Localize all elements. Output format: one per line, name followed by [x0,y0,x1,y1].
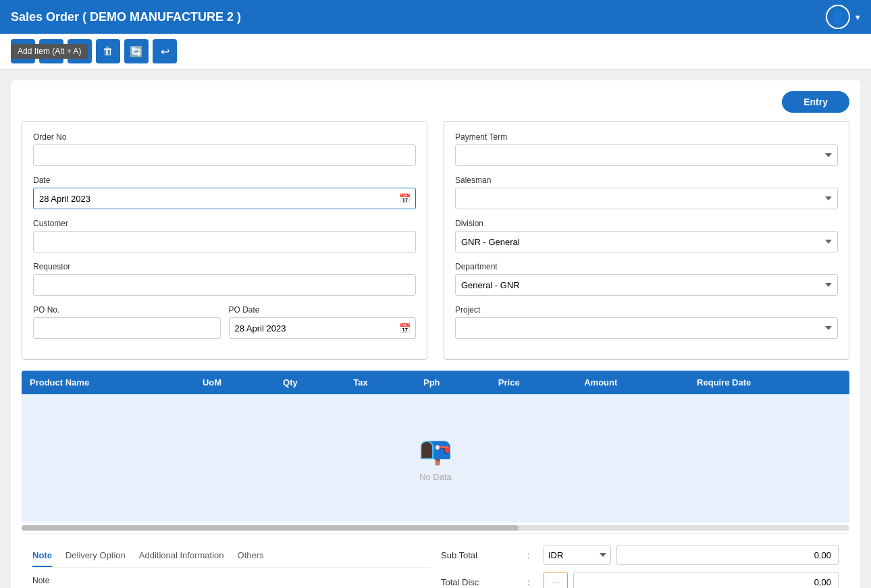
no-data-cell: 📭 No Data [22,394,849,523]
col-product-name: Product Name [22,371,194,394]
division-group: Division GNR - General [455,219,838,252]
page-title: Sales Order ( DEMO MANUFACTURE 2 ) [11,10,241,24]
col-qty: Qty [275,371,345,394]
date-input-wrapper: 📅 [33,188,416,209]
sub-total-currency-wrapper: IDR [544,545,611,565]
requestor-label: Requestor [33,262,416,271]
right-panel: Payment Term Salesman Division GNR - Gen… [444,121,849,360]
data-table-section: Product Name UoM Qty Tax Pph Price Amoun… [22,371,849,533]
project-group: Project [455,305,838,339]
left-panel: Order No Date 📅 Customer Requestor [22,121,427,360]
total-disc-amount: 0,00 [573,572,839,588]
no-data-text: No Data [419,472,452,482]
user-icon: 👤 [830,9,845,24]
col-uom: UoM [194,371,275,394]
division-select[interactable]: GNR - General [455,231,838,252]
toolbar: 💾 🔍 📋 🗑 🔄 ↩ [0,34,871,70]
back-button[interactable]: ↩ [153,39,177,63]
no-data-icon: 📭 [22,435,849,466]
salesman-select[interactable] [455,188,838,209]
tab-delivery[interactable]: Delivery Option [65,545,126,567]
delete-button[interactable]: 🗑 [96,39,120,63]
note-label: Note [32,576,430,585]
data-table: Product Name UoM Qty Tax Pph Price Amoun… [22,371,849,523]
payment-term-select[interactable] [455,144,838,166]
sub-total-label: Sub Total [441,550,522,560]
col-price: Price [490,371,576,394]
delete-icon: 🗑 [103,45,113,57]
customer-input[interactable] [33,231,416,252]
dropdown-arrow[interactable]: ▾ [855,12,860,22]
tab-others[interactable]: Others [238,545,264,567]
po-no-input[interactable] [33,317,221,339]
col-amount: Amount [576,371,689,394]
po-date-label: PO Date [229,305,417,315]
division-label: Division [455,219,838,228]
header: Sales Order ( DEMO MANUFACTURE 2 ) Add I… [0,0,871,34]
tabs: Note Delivery Option Additional Informat… [32,545,430,568]
date-label: Date [33,176,416,185]
table-scrollbar-thumb [22,525,519,531]
refresh-button[interactable]: 🔄 [124,39,149,63]
header-tooltip: Add Item (Alt + A) [11,44,88,59]
customer-label: Customer [33,219,416,228]
po-date-group: PO Date 📅 [229,305,417,348]
table-header-row: Product Name UoM Qty Tax Pph Price Amoun… [22,371,849,394]
col-pph: Pph [415,371,490,394]
customer-group: Customer [33,219,416,252]
tab-additional[interactable]: Additional Information [139,545,224,567]
project-select[interactable] [455,317,838,339]
order-no-label: Order No [33,132,416,142]
sub-total-row: Sub Total : IDR 0.00 [441,545,839,565]
col-tax: Tax [345,371,415,394]
department-label: Department [455,262,838,271]
po-date-input[interactable] [229,317,417,339]
no-data-row: 📭 No Data [22,394,849,523]
requestor-group: Requestor [33,262,416,296]
project-label: Project [455,305,838,315]
col-require-date: Require Date [689,371,849,394]
payment-term-label: Payment Term [455,132,838,142]
user-avatar[interactable]: 👤 [826,5,850,29]
total-disc-row: Total Disc : ··· 0,00 [441,572,839,588]
note-group: Note [32,576,430,588]
sub-total-currency-select[interactable]: IDR [544,545,611,565]
salesman-group: Salesman [455,176,838,209]
main-content: Entry Order No Date 📅 Customer [0,70,871,588]
back-icon: ↩ [161,45,169,58]
department-select[interactable]: General - GNR [455,274,838,296]
bottom-section: Note Delivery Option Additional Informat… [22,533,849,588]
entry-section: Entry [22,91,849,113]
salesman-label: Salesman [455,176,838,185]
total-disc-label: Total Disc [441,577,522,587]
sub-total-colon: : [527,550,538,560]
date-group: Date 📅 [33,176,416,209]
summary-section: Sub Total : IDR 0.00 Total Disc : ··· [441,545,839,588]
order-no-input[interactable] [33,144,416,166]
requestor-input[interactable] [33,274,416,296]
bottom-grid: Note Delivery Option Additional Informat… [32,545,839,588]
po-no-group: PO No. [33,305,221,339]
entry-button[interactable]: Entry [782,91,849,113]
order-no-group: Order No [33,132,416,166]
po-row: PO No. PO Date 📅 [33,305,416,348]
sub-total-amount: 0.00 [616,545,839,565]
tab-note[interactable]: Note [32,545,52,567]
header-right: 👤 ▾ [826,5,860,29]
table-scrollbar[interactable] [22,525,849,531]
date-input[interactable] [33,188,416,209]
form-card: Entry Order No Date 📅 Customer [11,80,860,588]
po-no-label: PO No. [33,305,221,315]
tabs-note-section: Note Delivery Option Additional Informat… [32,545,430,588]
payment-term-group: Payment Term [455,132,838,166]
total-disc-button[interactable]: ··· [544,572,568,588]
po-date-input-wrapper: 📅 [229,317,417,339]
total-disc-colon: : [527,577,538,587]
form-grid: Order No Date 📅 Customer Requestor [22,121,849,360]
refresh-icon: 🔄 [130,45,143,58]
department-group: Department General - GNR [455,262,838,296]
